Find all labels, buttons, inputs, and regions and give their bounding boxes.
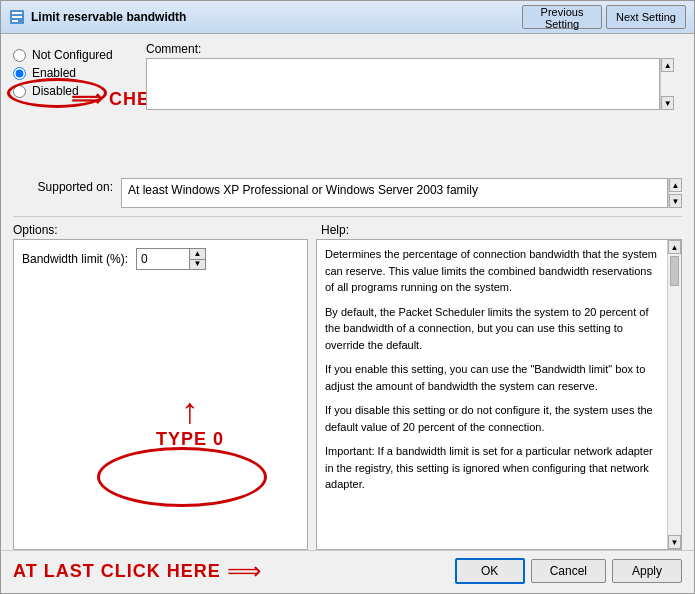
not-configured-radio[interactable] xyxy=(13,49,26,62)
next-setting-button[interactable]: Next Setting xyxy=(606,5,686,29)
window-title: Limit reservable bandwidth xyxy=(31,10,186,24)
comment-scrollbar[interactable]: ▲ ▼ xyxy=(660,58,674,110)
disabled-label: Disabled xyxy=(32,84,79,98)
bandwidth-input-wrapper: ▲ ▼ xyxy=(136,248,206,270)
main-content: Not Configured Enabled Disabled ⟹ CHECK … xyxy=(1,34,694,593)
bandwidth-input[interactable] xyxy=(137,249,189,269)
svg-rect-3 xyxy=(12,20,18,22)
upper-area: Not Configured Enabled Disabled ⟹ CHECK … xyxy=(1,34,694,223)
click-here-arrow-icon: ⟹ xyxy=(227,557,261,585)
scroll-down[interactable]: ▼ xyxy=(661,96,674,110)
help-p2: By default, the Packet Scheduler limits … xyxy=(325,304,659,354)
options-panel: Bandwidth limit (%): ▲ ▼ xyxy=(13,239,308,550)
cancel-button[interactable]: Cancel xyxy=(531,559,606,583)
bottom-bar: AT LAST CLICK HERE ⟹ OK Cancel Apply xyxy=(1,550,694,593)
enabled-radio[interactable] xyxy=(13,67,26,80)
supported-label: Supported on: xyxy=(13,180,113,194)
spinner-up[interactable]: ▲ xyxy=(190,249,205,260)
title-buttons: Previous Setting Next Setting xyxy=(522,5,686,29)
bandwidth-label: Bandwidth limit (%): xyxy=(22,252,128,266)
ok-button[interactable]: OK xyxy=(455,558,525,584)
help-p1: Determines the percentage of connection … xyxy=(325,246,659,296)
previous-setting-button[interactable]: Previous Setting xyxy=(522,5,602,29)
help-scroll-thumb xyxy=(670,256,679,286)
help-title: Help: xyxy=(321,223,682,237)
main-window: Limit reservable bandwidth Previous Sett… xyxy=(0,0,695,594)
panels-header: Options: Help: xyxy=(13,223,682,239)
svg-rect-2 xyxy=(12,16,22,18)
spinner-down[interactable]: ▼ xyxy=(190,260,205,270)
bandwidth-spinner: ▲ ▼ xyxy=(189,249,205,269)
not-configured-label: Not Configured xyxy=(32,48,113,62)
options-title: Options: xyxy=(13,223,313,237)
help-text: Determines the percentage of connection … xyxy=(317,240,667,549)
bandwidth-row: Bandwidth limit (%): ▲ ▼ xyxy=(22,248,299,270)
click-here-annotation: AT LAST CLICK HERE ⟹ xyxy=(13,557,265,585)
enabled-label: Enabled xyxy=(32,66,76,80)
supported-scrollbar[interactable]: ▲ ▼ xyxy=(668,178,682,208)
help-panel: Determines the percentage of connection … xyxy=(316,239,682,550)
panels-container: Bandwidth limit (%): ▲ ▼ xyxy=(13,239,682,550)
settings-icon xyxy=(9,9,25,25)
svg-rect-1 xyxy=(12,12,22,14)
supported-value: At least Windows XP Professional or Wind… xyxy=(121,178,668,208)
help-p5: Important: If a bandwidth limit is set f… xyxy=(325,443,659,493)
help-p3: If you enable this setting, you can use … xyxy=(325,361,659,394)
scroll-down-2[interactable]: ▼ xyxy=(669,194,682,208)
title-bar: Limit reservable bandwidth Previous Sett… xyxy=(1,1,694,34)
comment-input[interactable] xyxy=(146,58,660,110)
bottom-buttons: OK Cancel Apply xyxy=(455,558,682,584)
apply-button[interactable]: Apply xyxy=(612,559,682,583)
help-scroll-down[interactable]: ▼ xyxy=(668,535,681,549)
comment-section: Comment: ▲ ▼ xyxy=(146,42,674,110)
disabled-radio[interactable] xyxy=(13,85,26,98)
help-scrollbar[interactable]: ▲ ▼ xyxy=(667,240,681,549)
panels-area: Options: Help: Bandwidth limit (%): ▲ ▼ xyxy=(1,223,694,550)
comment-label: Comment: xyxy=(146,42,674,56)
scroll-up-2[interactable]: ▲ xyxy=(669,178,682,192)
help-p4: If you disable this setting or do not co… xyxy=(325,402,659,435)
click-here-label: AT LAST CLICK HERE xyxy=(13,561,221,582)
help-scroll-up[interactable]: ▲ xyxy=(668,240,681,254)
supported-section: Supported on: At least Windows XP Profes… xyxy=(13,178,682,208)
scroll-up[interactable]: ▲ xyxy=(661,58,674,72)
